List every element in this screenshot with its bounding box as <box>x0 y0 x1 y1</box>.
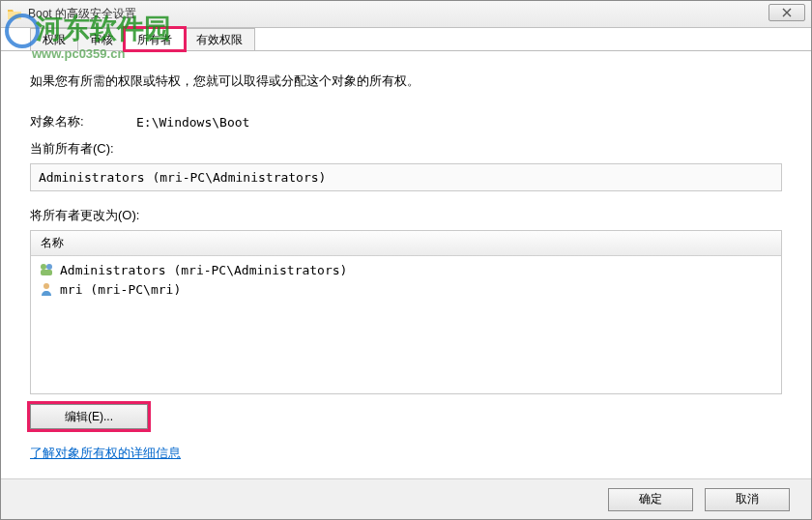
tab-permissions[interactable]: 权限 <box>30 28 78 50</box>
tab-bar: 权限 审核 所有者 有效权限 <box>1 28 811 51</box>
object-name-label: 对象名称: <box>30 113 136 130</box>
folder-icon <box>7 7 22 22</box>
tab-content: 如果您有所需的权限或特权，您就可以取得或分配这个对象的所有权。 对象名称: E:… <box>1 51 811 472</box>
cancel-button[interactable]: 取消 <box>705 488 790 511</box>
svg-rect-2 <box>41 270 52 275</box>
learn-more-link[interactable]: 了解对象所有权的详细信息 <box>30 445 181 462</box>
list-item-label: mri (mri-PC\mri) <box>60 282 181 297</box>
svg-point-0 <box>41 264 46 270</box>
tab-effective-permissions[interactable]: 有效权限 <box>184 28 255 50</box>
svg-point-1 <box>46 264 52 270</box>
close-button[interactable] <box>768 4 805 21</box>
group-icon <box>39 262 54 277</box>
change-owner-label: 将所有者更改为(O): <box>30 207 782 224</box>
owner-list-header: 名称 <box>31 231 781 256</box>
description-text: 如果您有所需的权限或特权，您就可以取得或分配这个对象的所有权。 <box>30 72 782 90</box>
list-item[interactable]: Administrators (mri-PC\Administrators) <box>37 260 775 279</box>
object-name-row: 对象名称: E:\Windows\Boot <box>30 113 782 130</box>
close-icon <box>782 8 792 17</box>
list-item[interactable]: mri (mri-PC\mri) <box>37 279 775 299</box>
window-title: Boot 的高级安全设置 <box>28 6 136 22</box>
owner-listbox[interactable]: 名称 Administrators (mri-PC\Administrators… <box>30 230 782 394</box>
ok-button[interactable]: 确定 <box>608 488 693 511</box>
current-owner-label: 当前所有者(C): <box>30 140 782 158</box>
edit-button[interactable]: 编辑(E)... <box>30 404 148 429</box>
user-icon <box>39 281 54 297</box>
titlebar: Boot 的高级安全设置 <box>1 1 811 28</box>
current-owner-field: Administrators (mri-PC\Administrators) <box>30 163 782 191</box>
list-item-label: Administrators (mri-PC\Administrators) <box>60 263 347 277</box>
dialog-footer: 确定 取消 <box>1 478 811 519</box>
tab-auditing[interactable]: 审核 <box>77 28 126 50</box>
svg-point-3 <box>44 283 49 289</box>
tab-owner[interactable]: 所有者 <box>125 28 185 50</box>
owner-list-items: Administrators (mri-PC\Administrators) m… <box>31 256 781 303</box>
security-settings-window: Boot 的高级安全设置 河东软件园 www.pc0359.cn 权限 审核 所… <box>0 0 812 520</box>
object-name-value: E:\Windows\Boot <box>136 115 249 130</box>
